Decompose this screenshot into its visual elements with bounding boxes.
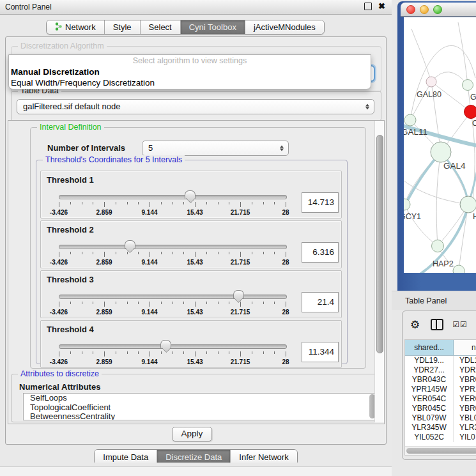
- node-h[interactable]: [460, 196, 476, 213]
- close-traffic-light-icon[interactable]: [406, 5, 415, 14]
- control-panel-titlebar: Control Panel ✖: [0, 0, 392, 15]
- node-gal80[interactable]: [426, 77, 436, 87]
- slider-tick-labels: -3.4262.8599.14415.4321.71528: [59, 259, 286, 266]
- table-cell: YBL079W: [405, 413, 454, 423]
- tab-discretize-data[interactable]: Discretize Data: [157, 450, 231, 463]
- zoom-traffic-light-icon[interactable]: [433, 5, 442, 14]
- group-title-attributes: Attributes to discretize: [18, 369, 102, 378]
- node-top-right[interactable]: [463, 80, 473, 91]
- node-gcy1[interactable]: [404, 199, 410, 210]
- node-bottom[interactable]: [453, 265, 464, 273]
- apply-button[interactable]: Apply: [172, 427, 213, 441]
- tick-label: 21.715: [231, 358, 250, 365]
- network-canvas[interactable]: GAL80 GA C GAL11 GAL4 GCY1 H HAP2: [404, 17, 476, 273]
- bottom-tab-bar: Impute Data Discretize Data Infer Networ…: [0, 449, 392, 463]
- threshold-4-slider[interactable]: -3.4262.8599.14415.4321.71528: [59, 339, 286, 365]
- table-row[interactable]: YPR145WYPR1: [405, 385, 476, 394]
- table-row[interactable]: YBR045CYBR0: [405, 404, 476, 413]
- tick-label: 15.43: [187, 358, 203, 365]
- slider-track[interactable]: [59, 295, 287, 299]
- number-of-intervals-combobox[interactable]: 5: [142, 141, 289, 156]
- column-header-name[interactable]: n: [454, 340, 476, 355]
- node-gal11[interactable]: [404, 114, 416, 126]
- table-row[interactable]: YDR27...YDR2: [405, 365, 476, 375]
- group-title-thresholds: Threshold's Coordinates for 5 Intervals: [43, 155, 185, 164]
- table-row[interactable]: YIL052CYIL0: [405, 433, 476, 442]
- tick-label: -3.426: [50, 259, 68, 266]
- split-columns-icon[interactable]: [431, 319, 443, 330]
- checkbox-columns-icon[interactable]: ☑☑: [452, 320, 468, 329]
- main-scrollbar[interactable]: [374, 121, 384, 422]
- scrollbar-thumb[interactable]: [376, 135, 383, 353]
- minimize-traffic-light-icon[interactable]: [420, 5, 429, 14]
- tab-infer-network[interactable]: Infer Network: [231, 450, 296, 463]
- threshold-4-value-field[interactable]: 11.344: [302, 342, 339, 362]
- node-hap2[interactable]: [432, 240, 444, 252]
- float-window-icon[interactable]: [364, 3, 372, 10]
- threshold-3-slider[interactable]: -3.4262.8599.14415.4321.71528: [59, 289, 286, 316]
- tab-style[interactable]: Style: [105, 20, 141, 34]
- table-row[interactable]: YLR345WYLR3: [405, 423, 476, 433]
- column-header-shared-name[interactable]: shared...: [405, 340, 454, 355]
- threshold-panel-4: Threshold 4 -3.4262.8599.14415.4321.7152…: [40, 320, 342, 368]
- table-cell: YIL0: [454, 433, 475, 442]
- slider-thumb[interactable]: [160, 340, 171, 348]
- dropdown-item-equal-width[interactable]: Equal Width/Frequency Discretization: [9, 77, 371, 88]
- dropdown-hint: Select algorithm to view settings: [9, 55, 371, 66]
- table-cell: YDR27...: [405, 365, 454, 375]
- numerical-attributes-list[interactable]: SelfLoopsTopologicalCoefficientBetweenne…: [23, 393, 377, 420]
- node-gal4[interactable]: [431, 142, 451, 162]
- table-cell: YIL052C: [405, 433, 454, 442]
- table-row[interactable]: YBR043CYBR0: [405, 375, 476, 385]
- close-icon[interactable]: ✖: [378, 3, 385, 10]
- slider-track[interactable]: [59, 195, 287, 199]
- threshold-2-label: Threshold 2: [47, 225, 94, 234]
- tab-network[interactable]: Network: [47, 20, 105, 34]
- table-data-combobox[interactable]: galFiltered.sif default node: [17, 99, 374, 114]
- threshold-1-value-field[interactable]: 14.713: [302, 192, 339, 213]
- attribute-list-item[interactable]: BetweennessCentrality: [24, 412, 376, 420]
- table-horizontal-scrollbar[interactable]: [405, 446, 476, 456]
- table-row[interactable]: YER054CYER0: [405, 394, 476, 404]
- table-data-value: galFiltered.sif default node: [23, 100, 120, 114]
- slider-thumb[interactable]: [233, 290, 244, 298]
- tab-cyni-toolbox[interactable]: Cyni Toolbox: [181, 20, 245, 34]
- table-body: YDL19...YDL1YDR27...YDR2YBR043CYBR0YPR14…: [405, 356, 476, 449]
- slider-track[interactable]: [59, 344, 287, 349]
- tab-impute-data[interactable]: Impute Data: [95, 450, 157, 463]
- tick-label: 28: [282, 358, 289, 365]
- table-row[interactable]: YBL079WYBL0: [405, 413, 476, 423]
- slider-thumb[interactable]: [185, 190, 196, 199]
- node-label-gcy1: GCY1: [404, 212, 421, 221]
- threshold-panel-2: Threshold 2 -3.4262.8599.14415.4321.7152…: [40, 220, 342, 268]
- gear-icon[interactable]: ⚙: [410, 318, 420, 332]
- scrollbar-thumb[interactable]: [406, 448, 476, 454]
- slider-tick-labels: -3.4262.8599.14415.4321.71528: [59, 209, 286, 217]
- dropdown-item-manual[interactable]: Manual Discretization: [9, 66, 371, 77]
- table-cell: YLR345W: [405, 423, 454, 433]
- tick-label: 2.859: [96, 209, 112, 216]
- network-window: GAL80 GA C GAL11 GAL4 GCY1 H HAP2: [397, 1, 476, 291]
- tab-jactivemnodules[interactable]: jActiveMNodules: [245, 20, 324, 34]
- table-data-group: Table Data galFiltered.sif default node: [11, 91, 381, 121]
- slider-track[interactable]: [59, 245, 287, 249]
- slider-ticks: [59, 351, 286, 357]
- threshold-1-slider[interactable]: -3.4262.8599.14415.4321.71528: [59, 189, 286, 216]
- threshold-2-slider[interactable]: -3.4262.8599.14415.4321.71528: [59, 239, 286, 266]
- node-label-c-partial: C: [472, 119, 476, 128]
- attribute-list-item[interactable]: SelfLoops: [24, 394, 376, 403]
- attribute-list-item[interactable]: TopologicalCoefficient: [24, 403, 376, 413]
- tick-label: -3.426: [50, 209, 68, 216]
- tick-label: 2.859: [96, 309, 112, 316]
- network-window-titlebar[interactable]: [401, 3, 476, 17]
- table-cell: YPR1: [454, 385, 476, 394]
- threshold-2-value-field[interactable]: 6.316: [302, 242, 339, 263]
- stepper-icon: [365, 104, 369, 110]
- table-row[interactable]: YDL19...YDL1: [405, 356, 476, 365]
- table-cell: YBR0: [454, 404, 476, 413]
- node-red-selected[interactable]: [464, 105, 476, 119]
- attributes-group: Attributes to discretize Numerical Attri…: [11, 374, 380, 422]
- tab-select[interactable]: Select: [141, 20, 181, 34]
- slider-thumb[interactable]: [125, 240, 135, 249]
- threshold-3-value-field[interactable]: 21.4: [302, 292, 339, 312]
